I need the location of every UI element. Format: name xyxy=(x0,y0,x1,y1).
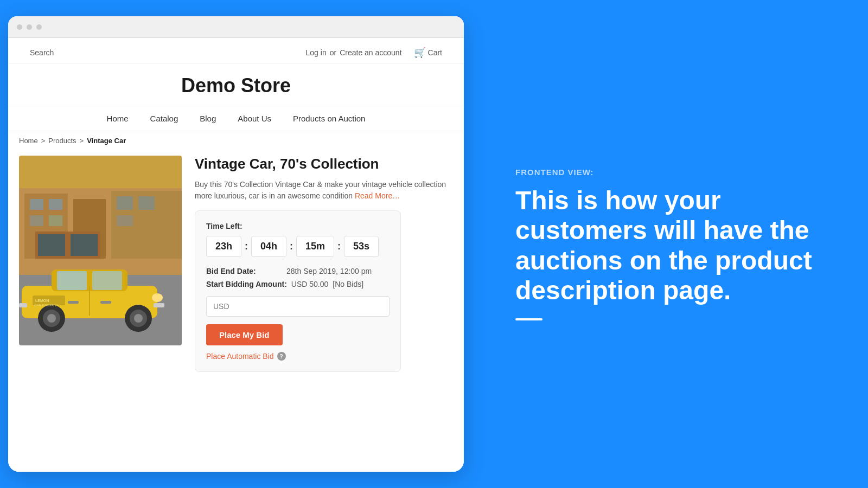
product-description: Buy this 70's Collection Vintage Car & m… xyxy=(195,179,453,202)
svg-rect-10 xyxy=(138,196,155,210)
nav-catalog[interactable]: Catalog xyxy=(150,114,178,123)
start-bid-row: Start Bidding Amount: USD 50.00 [No Bids… xyxy=(206,280,390,288)
no-bids-badge: [No Bids] xyxy=(333,280,363,288)
right-panel: FRONTEND VIEW: This is how your customer… xyxy=(472,0,868,488)
auction-box: Time Left: 23h : 04h : 15m : 53s xyxy=(195,210,401,372)
place-bid-button[interactable]: Place My Bid xyxy=(206,324,283,345)
svg-rect-22 xyxy=(100,301,111,304)
store-header: Search Log in or Create an account 🛒 Car… xyxy=(8,38,464,63)
cart-label: Cart xyxy=(428,48,442,57)
bid-input[interactable] xyxy=(206,296,390,317)
or-text: or xyxy=(330,48,336,57)
product-title: Vintage Car, 70's Collection xyxy=(195,156,453,172)
nav-home[interactable]: Home xyxy=(107,114,129,123)
browser-dot-green xyxy=(36,24,42,30)
store-title-section: Demo Store xyxy=(8,63,464,106)
bid-end-label: Bid End Date: xyxy=(206,267,282,275)
svg-text:CAR COMPANY: CAR COMPANY xyxy=(34,304,58,307)
svg-rect-31 xyxy=(19,303,27,307)
nav-blog[interactable]: Blog xyxy=(200,114,216,123)
svg-rect-21 xyxy=(68,301,79,304)
cart-icon: 🛒 xyxy=(414,47,426,59)
start-bid-label: Start Bidding Amount: xyxy=(206,280,287,288)
browser-dot-yellow xyxy=(27,24,32,30)
product-page: LEMON CAR COMPANY Vintage Car, 70's Coll… xyxy=(8,150,464,377)
auto-bid-link[interactable]: Place Automatic Bid ? xyxy=(206,352,390,361)
heading-underline xyxy=(515,318,542,320)
bid-end-row: Bid End Date: 28th Sep 2019, 12:00 pm xyxy=(206,267,390,275)
svg-rect-14 xyxy=(71,234,98,256)
countdown-hours: 23h xyxy=(206,236,241,257)
time-left-label: Time Left: xyxy=(206,222,390,230)
breadcrumb-home[interactable]: Home xyxy=(19,137,38,145)
store-title: Demo Store xyxy=(8,74,464,97)
countdown-minutes: 04h xyxy=(251,236,286,257)
product-details: Vintage Car, 70's Collection Buy this 70… xyxy=(195,156,453,372)
breadcrumb-sep2: > xyxy=(80,137,84,145)
browser-bar xyxy=(8,16,464,38)
svg-point-28 xyxy=(134,314,143,323)
browser-content: Search Log in or Create an account 🛒 Car… xyxy=(8,38,464,472)
svg-rect-18 xyxy=(57,271,87,290)
breadcrumb-current: Vintage Car xyxy=(87,137,126,145)
svg-rect-8 xyxy=(49,215,62,226)
login-link[interactable]: Log in xyxy=(306,48,327,57)
breadcrumb: Home > Products > Vintage Car xyxy=(8,131,464,150)
svg-rect-13 xyxy=(38,234,65,256)
countdown-timer: 23h : 04h : 15m : 53s xyxy=(206,236,390,257)
product-image: LEMON CAR COMPANY xyxy=(19,156,182,345)
bid-info: Bid End Date: 28th Sep 2019, 12:00 pm St… xyxy=(206,267,390,288)
auth-section: Log in or Create an account 🛒 Cart xyxy=(306,47,442,59)
svg-rect-30 xyxy=(154,303,164,307)
svg-point-29 xyxy=(152,293,163,302)
create-account-link[interactable]: Create an account xyxy=(340,48,401,57)
browser-dot-red xyxy=(17,24,22,30)
left-panel: Search Log in or Create an account 🛒 Car… xyxy=(0,0,472,488)
read-more-link[interactable]: Read More… xyxy=(355,191,400,200)
svg-rect-9 xyxy=(117,196,133,210)
countdown-sep-1: : xyxy=(244,241,249,252)
nav-about[interactable]: About Us xyxy=(238,114,271,123)
countdown-sep-2: : xyxy=(289,241,294,252)
bid-end-value: 28th Sep 2019, 12:00 pm xyxy=(286,267,372,275)
auto-bid-label: Place Automatic Bid xyxy=(206,352,274,361)
countdown-seconds: 53s xyxy=(344,236,379,257)
svg-point-25 xyxy=(47,314,56,323)
store-nav: Home Catalog Blog About Us Products on A… xyxy=(8,106,464,131)
frontend-heading: This is how your customers will have the… xyxy=(515,185,825,305)
cart-section[interactable]: 🛒 Cart xyxy=(414,47,442,59)
svg-rect-7 xyxy=(30,215,43,226)
svg-rect-5 xyxy=(30,199,43,210)
svg-rect-6 xyxy=(49,199,62,210)
search-label[interactable]: Search xyxy=(30,48,54,57)
svg-rect-19 xyxy=(92,271,122,290)
help-icon[interactable]: ? xyxy=(277,352,286,361)
countdown-sep-3: : xyxy=(336,241,342,252)
browser-mockup: Search Log in or Create an account 🛒 Car… xyxy=(8,16,464,472)
breadcrumb-products[interactable]: Products xyxy=(48,137,76,145)
svg-text:LEMON: LEMON xyxy=(35,299,49,303)
svg-rect-11 xyxy=(117,215,133,226)
breadcrumb-sep1: > xyxy=(41,137,46,145)
frontend-label: FRONTEND VIEW: xyxy=(515,168,825,177)
countdown-minutes2: 15m xyxy=(296,236,334,257)
nav-auction[interactable]: Products on Auction xyxy=(293,114,365,123)
start-bid-amount: USD 50.00 xyxy=(291,280,328,288)
